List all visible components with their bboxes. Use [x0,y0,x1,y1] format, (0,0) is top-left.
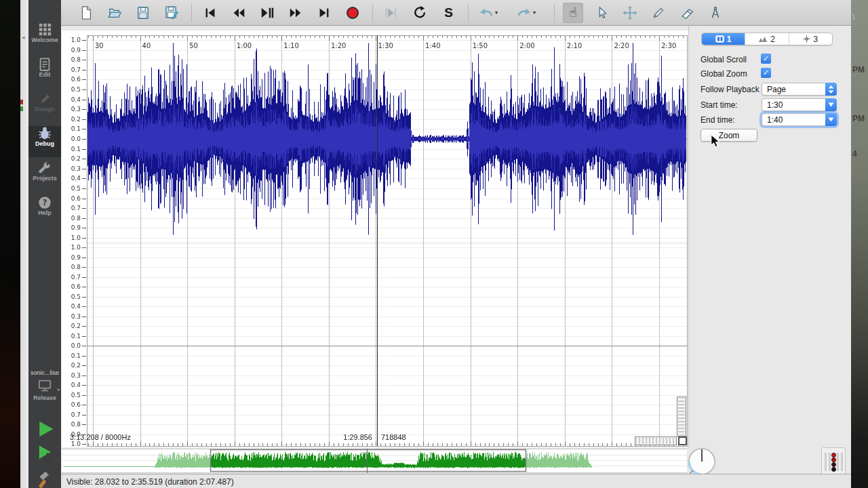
vertical-zoom-slider[interactable] [677,396,686,436]
tab-label: 1 [727,35,732,44]
rewind-icon [231,5,246,20]
pencil-tool-button[interactable] [648,3,669,23]
desktop-edge-right: \ PM PM 4 [851,0,868,488]
select-tool-icon [594,5,609,20]
skip-to-start-icon [203,5,218,20]
status-bar: Visible: 28.032 to 2:35.519 (duration 2:… [61,474,851,488]
desktop-clock-text: PM [852,65,865,75]
play-pause-button[interactable] [257,3,277,23]
global-scroll-checkbox[interactable]: ✓ [761,54,771,64]
document-icon [37,57,52,72]
diamond-icon [803,35,810,43]
zoom-button[interactable]: Zoom [701,129,757,142]
redo-icon [516,5,532,21]
build-button[interactable] [35,469,56,488]
measure-tool-icon [708,5,723,20]
tab-label: 3 [813,35,818,44]
overview-canvas[interactable] [62,449,687,473]
desktop-clock-text: 4 [852,149,857,159]
end-time-label: End time: [701,115,735,125]
rewind-button[interactable] [229,3,249,23]
pencil-tool-icon [651,5,666,20]
screen: ◂ WelcomeEditDesignDebugProjects?Help so… [0,0,868,488]
led-dark [831,467,836,472]
skip-to-end-button[interactable] [314,3,334,23]
record-button[interactable] [342,3,363,23]
help-icon: ? [37,195,52,210]
sidebar-mode-help[interactable]: ?Help [28,195,61,226]
dropdown-arrow-icon[interactable]: ▾ [495,9,498,16]
undo-button[interactable]: ▾ [477,3,507,23]
mode-label: Debug [28,140,61,147]
main-toolbar: S▾▾☝ [61,0,851,26]
loop-icon [412,5,427,20]
volume-knob[interactable] [686,446,718,478]
play-pause-icon [260,5,275,20]
desktop-edge-left [0,0,20,488]
mode-sidebar: WelcomeEditDesignDebugProjects?Help soni… [28,0,61,488]
eraser-tool-icon [679,5,694,20]
mode-label: Welcome [28,37,61,43]
meter-bar [837,453,839,471]
svg-text:?: ? [43,198,47,207]
eraser-tool-button[interactable] [677,3,697,23]
zoom-corner-box[interactable] [678,436,687,445]
decoration-dot-green [20,106,23,111]
desktop-texture: \ [852,12,854,22]
led-red [831,453,836,458]
s-logo-button[interactable]: S [438,3,458,23]
new-file-icon [79,5,94,20]
save-icon [136,5,151,20]
decoration-dot-red [20,100,23,104]
sidebar-mode-welcome[interactable]: Welcome [28,22,61,54]
waveform-canvas[interactable] [62,30,688,447]
skip-to-start-button[interactable] [200,3,220,23]
start-time-label: Start time: [701,100,738,110]
new-file-button[interactable] [76,3,96,23]
run-button[interactable] [35,419,56,439]
kit-selector[interactable]: ▸ Release [28,378,61,401]
loop-button[interactable] [410,3,430,23]
debug-run-button[interactable] [35,444,56,464]
play-to-end-icon [384,5,399,20]
sidebar-mode-design[interactable]: Design [28,92,61,123]
chevron-down-icon [825,113,837,126]
hand-tool-icon: ☝ [569,6,577,19]
kit-label: Release [28,394,61,401]
sidebar-mode-projects[interactable]: Projects [28,161,61,192]
undo-icon [478,5,494,21]
start-time-combobox[interactable]: 1:30 [762,98,837,111]
panel-tab-2[interactable]: 2 [745,33,789,45]
open-file-button[interactable] [104,3,125,23]
save-as-button[interactable] [161,3,182,23]
pencil-icon [37,92,52,106]
toolbar-separator [468,4,469,22]
hand-tool-button[interactable]: ☝ [563,3,583,23]
bug-icon [37,126,52,141]
save-button[interactable] [133,3,153,23]
panel-tab-1[interactable]: 1 [702,33,745,45]
project-name-label: sonic...lise [28,369,61,376]
fast-forward-button[interactable] [285,3,306,23]
stepper-arrows-icon [825,83,837,96]
panel-tab-3[interactable]: 3 [789,33,832,45]
sidebar-mode-edit[interactable]: Edit [28,57,61,88]
global-zoom-checkbox[interactable]: ✓ [761,68,771,78]
toolbar-separator [554,4,555,22]
s-logo-icon: S [444,5,452,20]
play-to-end-button[interactable] [381,3,401,23]
measure-tool-button[interactable] [705,3,726,23]
mode-list: WelcomeEditDesignDebugProjects?Help [28,22,61,226]
panel-tabs: 123 [701,33,833,45]
select-tool-button[interactable] [591,3,612,23]
end-time-combobox[interactable]: 1:40 [762,113,837,126]
follow-playback-select[interactable]: Page [762,83,837,96]
horizontal-zoom-slider[interactable] [635,436,677,445]
dropdown-arrow-icon[interactable]: ▾ [533,9,536,16]
sidebar-mode-debug[interactable]: Debug [28,126,61,157]
move-tool-button[interactable] [620,3,640,23]
redo-button[interactable]: ▾ [515,3,545,23]
collapse-chevron-icon[interactable]: ◂ [22,34,25,41]
meter-widget [821,447,846,475]
save-as-icon [164,5,180,20]
